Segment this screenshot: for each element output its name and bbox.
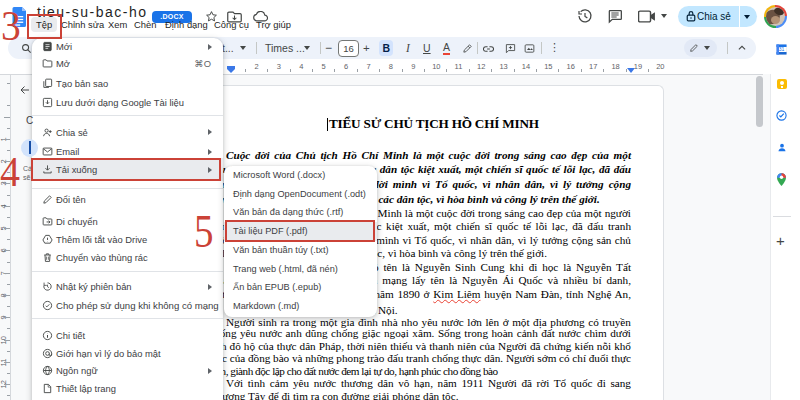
svg-text:31: 31 <box>779 46 785 52</box>
